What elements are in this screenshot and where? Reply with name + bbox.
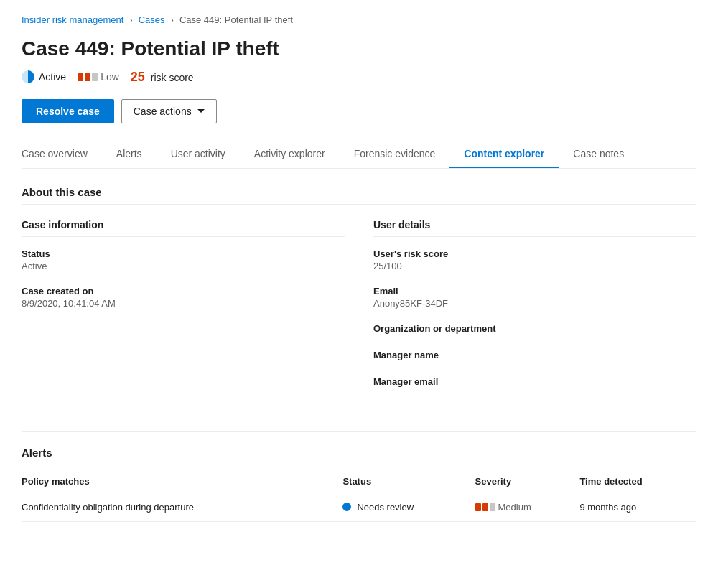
sev-bar-1 — [475, 503, 481, 511]
user-risk-score-value: 25/100 — [373, 261, 696, 271]
risk-score-label: risk score — [151, 72, 194, 83]
alerts-table: Policy matches Status Severity Time dete… — [22, 470, 696, 522]
content-area: Case information Status Active Case crea… — [22, 219, 696, 403]
sev-bar-2 — [482, 503, 488, 511]
user-email-value: Anony85KF-34DF — [373, 298, 696, 309]
severity-bar-3 — [92, 73, 98, 81]
case-actions-chevron-icon — [197, 109, 205, 113]
tab-forensic-evidence[interactable]: Forensic evidence — [340, 141, 450, 168]
alerts-table-header-row: Policy matches Status Severity Time dete… — [22, 470, 696, 493]
action-bar: Resolve case Case actions — [22, 99, 696, 123]
user-details-header: User details — [373, 219, 696, 237]
user-org-group: Organization or department — [373, 323, 696, 335]
about-section-header: About this case — [22, 186, 696, 205]
severity-bars — [78, 73, 98, 81]
severity-medium-label: Medium — [498, 502, 531, 513]
case-created-value: 8/9/2020, 10:41:04 AM — [22, 298, 345, 309]
user-org-label: Organization or department — [373, 323, 696, 334]
case-status-group: Status Active — [22, 248, 345, 271]
user-manager-email-label: Manager email — [373, 376, 696, 387]
col-severity: Severity — [475, 470, 580, 493]
table-row: Confidentiality obligation during depart… — [22, 493, 696, 521]
case-status-value: Active — [22, 261, 345, 271]
page-container: Insider risk management › Cases › Case 4… — [0, 0, 718, 588]
page-title: Case 449: Potential IP theft — [22, 37, 696, 61]
user-email-label: Email — [373, 286, 696, 297]
case-info-header: Case information — [22, 219, 345, 237]
alert-status: Needs review — [342, 493, 475, 521]
severity-medium: Medium — [475, 502, 580, 513]
tab-case-notes[interactable]: Case notes — [559, 141, 638, 168]
status-needs-review: Needs review — [342, 502, 475, 513]
user-manager-name-label: Manager name — [373, 350, 696, 360]
tabs: Case overview Alerts User activity Activ… — [22, 141, 696, 169]
status-active-label: Active — [39, 71, 66, 83]
severity-bar-2 — [85, 73, 90, 81]
case-created-group: Case created on 8/9/2020, 10:41:04 AM — [22, 286, 345, 309]
status-active-icon — [22, 70, 34, 83]
alerts-section: Alerts Policy matches Status Severity Ti… — [22, 431, 696, 522]
alerts-title: Alerts — [22, 447, 696, 459]
tab-alerts[interactable]: Alerts — [102, 141, 157, 168]
col-status: Status — [342, 470, 475, 493]
case-actions-label: Case actions — [134, 106, 192, 117]
user-manager-name-group: Manager name — [373, 350, 696, 362]
col-time-detected: Time detected — [579, 470, 696, 493]
col-policy-matches: Policy matches — [22, 470, 342, 493]
alert-time-detected: 9 months ago — [579, 493, 696, 521]
case-actions-button[interactable]: Case actions — [121, 99, 217, 123]
risk-score-number: 25 — [131, 70, 145, 84]
breadcrumb-sep-1: › — [129, 14, 132, 25]
tab-user-activity[interactable]: User activity — [157, 141, 240, 168]
severity-indicator: Low — [78, 71, 119, 83]
case-info-column: Case information Status Active Case crea… — [22, 219, 345, 403]
tab-activity-explorer[interactable]: Activity explorer — [240, 141, 340, 168]
breadcrumb-insider-risk[interactable]: Insider risk management — [22, 14, 123, 25]
status-active: Active — [22, 70, 66, 83]
medium-sev-bars — [475, 503, 495, 511]
severity-bar-1 — [78, 73, 83, 81]
status-dot-blue-icon — [342, 503, 351, 511]
breadcrumb-sep-2: › — [171, 14, 174, 25]
sev-bar-3 — [490, 503, 495, 511]
severity-label: Low — [101, 71, 119, 83]
risk-score: 25 risk score — [131, 70, 194, 85]
tab-case-overview[interactable]: Case overview — [22, 141, 102, 168]
case-status-label: Status — [22, 248, 345, 259]
status-bar: Active Low 25 risk score — [22, 70, 696, 85]
breadcrumb: Insider risk management › Cases › Case 4… — [22, 14, 696, 25]
resolve-case-button[interactable]: Resolve case — [22, 99, 114, 123]
alert-severity: Medium — [475, 493, 580, 521]
user-risk-score-label: User's risk score — [373, 248, 696, 259]
alert-status-label: Needs review — [357, 502, 414, 513]
alert-policy: Confidentiality obligation during depart… — [22, 493, 342, 521]
user-risk-score-group: User's risk score 25/100 — [373, 248, 696, 271]
tab-content-explorer[interactable]: Content explorer — [449, 141, 559, 168]
user-manager-email-group: Manager email — [373, 376, 696, 388]
user-email-group: Email Anony85KF-34DF — [373, 286, 696, 309]
user-details-column: User details User's risk score 25/100 Em… — [373, 219, 696, 403]
breadcrumb-current: Case 449: Potential IP theft — [180, 14, 293, 25]
breadcrumb-cases[interactable]: Cases — [139, 14, 165, 25]
case-created-label: Case created on — [22, 286, 345, 297]
